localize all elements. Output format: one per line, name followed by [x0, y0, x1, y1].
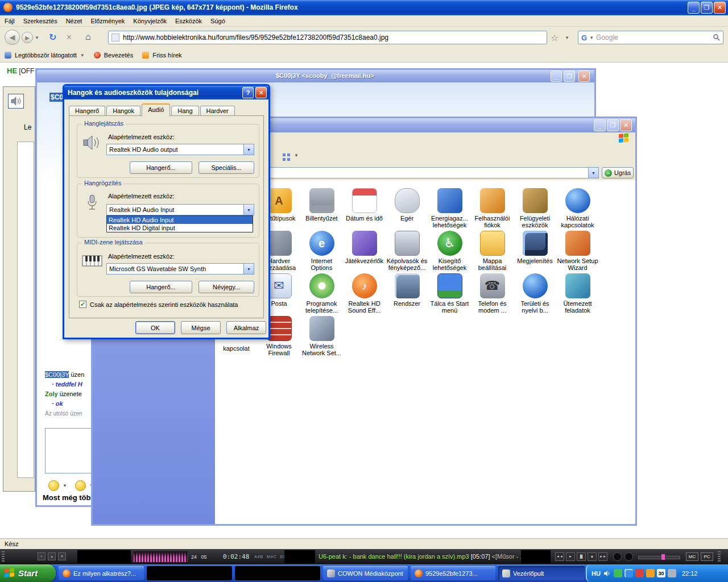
- reload-icon[interactable]: ↻: [49, 32, 56, 43]
- bookmark-star-icon[interactable]: ☆: [551, 32, 559, 43]
- dropdown-option-audio-input[interactable]: Realtek HD Audio Input: [107, 216, 253, 224]
- cp-item-network-setup[interactable]: Network Setup Wizard: [556, 231, 599, 271]
- recording-combo-arrow-icon[interactable]: ▼: [243, 205, 254, 215]
- cp-item-regional[interactable]: Területi és nyelvi b...: [514, 273, 556, 314]
- recording-device-combo[interactable]: Realtek HD Audio Input ▼: [106, 204, 254, 215]
- menu-view[interactable]: Nézet: [66, 18, 82, 24]
- midi-volume-button[interactable]: Hangerő...: [130, 281, 192, 293]
- antivirus-tray-icon[interactable]: [635, 569, 644, 577]
- smiley-icon[interactable]: [48, 480, 59, 491]
- search-placeholder[interactable]: Google: [596, 34, 618, 41]
- search-box[interactable]: G ▼ Google: [578, 31, 723, 44]
- cp-item-folder-options[interactable]: Mappa beállításai: [471, 231, 514, 271]
- cp-item-taskbar-startmenu[interactable]: Tálca és Start menü: [428, 273, 471, 314]
- pause-button[interactable]: ▐▌: [577, 552, 586, 561]
- search-magnifier-icon[interactable]: [713, 34, 720, 42]
- apply-button[interactable]: Alkalmaz: [226, 321, 266, 334]
- cp-item-keyboard[interactable]: Billentyűzet: [300, 188, 343, 222]
- cp-item-power[interactable]: Energiagaz... lehetőségek: [428, 188, 471, 228]
- midi-about-button[interactable]: Névjegy...: [198, 281, 254, 293]
- chat-minimize-button[interactable]: _: [551, 70, 562, 82]
- bookmark-dropdown-icon[interactable]: ▼: [565, 35, 569, 40]
- dialog-close-button[interactable]: ✕: [255, 87, 267, 98]
- menu-history[interactable]: Előzmények: [90, 18, 125, 24]
- task-item-cowon[interactable]: COWON Médiaközpont: [323, 566, 408, 580]
- cp-item-admin-tools[interactable]: Felügyeleti eszközök: [514, 188, 556, 228]
- stop-icon[interactable]: ✕: [66, 33, 72, 41]
- task-item-censored[interactable]: [235, 566, 320, 580]
- task-item-forum-thread[interactable]: Ez milyen alkatrész?...: [59, 566, 144, 580]
- volume-knob[interactable]: [613, 552, 622, 561]
- cp-item-scanners-cameras[interactable]: Képolvasók és fényképező...: [386, 231, 428, 271]
- task-item-control-panel[interactable]: Vezérlőpult: [498, 566, 585, 580]
- midi-device-combo[interactable]: Microsoft GS Wavetable SW Synth ▼: [106, 263, 254, 275]
- task-item-censored[interactable]: [147, 566, 232, 580]
- task-item-image[interactable]: 9529e52bfe1273...: [411, 566, 495, 580]
- ok-button[interactable]: OK: [135, 321, 175, 334]
- dialog-help-button[interactable]: ?: [242, 87, 254, 98]
- close-button[interactable]: ✕: [714, 2, 726, 14]
- display-tray-icon[interactable]: [624, 569, 633, 577]
- home-icon[interactable]: ⌂: [85, 32, 91, 42]
- seek-slider[interactable]: [638, 556, 680, 559]
- player-menu-button[interactable]: ▪: [38, 552, 46, 560]
- forward-button[interactable]: ▶: [22, 32, 33, 43]
- player-options-button[interactable]: ▾: [58, 552, 66, 560]
- cp-item-wireless-setup[interactable]: Wireless Network Set...: [300, 316, 343, 356]
- cp-item-realtek[interactable]: ♪Realtek HD Sound Eff...: [343, 273, 386, 314]
- views-icon[interactable]: [283, 151, 286, 157]
- menu-edit[interactable]: Szerkesztés: [23, 18, 57, 24]
- start-button[interactable]: Start: [0, 564, 56, 582]
- playback-advanced-button[interactable]: Speciális...: [198, 161, 254, 174]
- chat-maximize-button[interactable]: ❐: [564, 70, 575, 82]
- cp-item-phone-modem[interactable]: ☎Telefon és modem ...: [471, 273, 514, 314]
- next-track-button[interactable]: ►►: [598, 552, 607, 561]
- midi-combo-arrow-icon[interactable]: ▼: [243, 264, 254, 274]
- bookmark-most-visited[interactable]: Legtöbbször látogatott: [15, 52, 77, 59]
- history-dropdown-icon[interactable]: ▼: [35, 35, 39, 40]
- cp-minimize-button[interactable]: _: [594, 119, 606, 131]
- cp-maximize-button[interactable]: ❐: [607, 119, 619, 131]
- smiley-dropdown-icon[interactable]: ▼: [63, 483, 67, 488]
- cp-item-add-remove-programs[interactable]: Programok telepítése...: [300, 273, 343, 314]
- cp-item-partial[interactable]: kapcsolat: [215, 343, 258, 352]
- bookmark-latest-headlines[interactable]: Friss hírek: [152, 52, 181, 59]
- chat-close-button[interactable]: ✕: [578, 70, 590, 82]
- google-icon[interactable]: G: [581, 34, 587, 42]
- volume-tray-icon[interactable]: [603, 569, 611, 577]
- cp-item-display[interactable]: Megjelenítés: [514, 231, 556, 264]
- cp-item-mouse[interactable]: Egér: [386, 188, 428, 222]
- playback-volume-button[interactable]: Hangerő...: [130, 161, 192, 174]
- cp-item-user-accounts[interactable]: Felhasználói fiókok: [471, 188, 514, 228]
- cp-item-accessibility[interactable]: ♿Kisegítő lehetőségek: [428, 231, 471, 271]
- maximize-button[interactable]: ❐: [701, 2, 713, 14]
- update-tray-icon[interactable]: [646, 569, 655, 577]
- search-engine-dropdown-icon[interactable]: ▼: [589, 35, 594, 40]
- bookmark-getting-started[interactable]: Bevezetés: [104, 52, 133, 59]
- dock-grip-right[interactable]: [718, 551, 721, 562]
- messenger-tray-icon[interactable]: [614, 569, 622, 577]
- playback-combo-arrow-icon[interactable]: ▼: [243, 144, 254, 155]
- minimize-button[interactable]: _: [688, 2, 700, 14]
- cp-item-network-connections[interactable]: Hálózati kapcsolatok: [556, 188, 599, 228]
- menu-tools[interactable]: Eszközök: [175, 18, 202, 24]
- seek-thumb[interactable]: [661, 554, 665, 560]
- balance-knob[interactable]: [624, 552, 633, 561]
- cp-item-datetime[interactable]: Dátum és idő: [343, 188, 386, 222]
- play-button[interactable]: ►: [566, 552, 575, 561]
- most-visited-dropdown-icon[interactable]: ▼: [80, 53, 85, 58]
- back-button[interactable]: ◀: [5, 30, 20, 45]
- mc-button[interactable]: MC: [686, 552, 698, 561]
- playback-device-combo[interactable]: Realtek HD Audio output ▼: [106, 144, 254, 155]
- menu-help[interactable]: Súgó: [210, 18, 225, 24]
- menu-bookmarks[interactable]: Könyvjelzők: [133, 18, 167, 24]
- player-eject-button[interactable]: ▴: [48, 552, 56, 560]
- pc-button[interactable]: PC: [701, 552, 713, 561]
- chat-footer-link[interactable]: Most még több: [43, 493, 95, 502]
- prev-track-button[interactable]: ◄◄: [555, 552, 564, 561]
- wink-smiley-icon[interactable]: [75, 480, 86, 491]
- address-dropdown-icon[interactable]: ▼: [588, 168, 598, 178]
- cp-item-game-controllers[interactable]: Játékvezérlők: [343, 231, 386, 264]
- cancel-button[interactable]: Mégse: [181, 321, 221, 334]
- dropdown-option-digital-input[interactable]: Realtek HD Digital input: [107, 224, 253, 232]
